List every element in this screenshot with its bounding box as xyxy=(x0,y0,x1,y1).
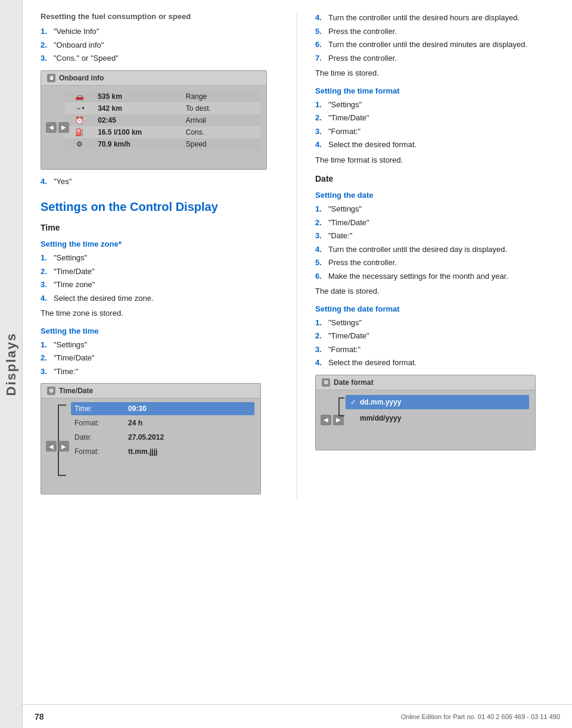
step-num: 5. xyxy=(315,26,325,38)
screen-title: Onboard info xyxy=(59,74,104,82)
df-row-text: mm/dd/yyyy xyxy=(360,414,401,422)
step-2: 2. "Time/Date" xyxy=(41,352,279,364)
step-num: 2. xyxy=(315,330,325,342)
date-title: Date xyxy=(315,174,554,183)
step-text: "Format:" xyxy=(328,344,360,356)
timezone-steps: 1. "Settings" 2. "Time/Date" 3. "Time zo… xyxy=(41,252,279,304)
format-label: Format: xyxy=(74,419,128,427)
date-row: Date: 27.05.2012 xyxy=(71,431,254,444)
step-text: "Settings" xyxy=(54,339,87,351)
nav-left[interactable]: ◀ xyxy=(46,441,57,452)
step-1: 1. "Vehicle Info" xyxy=(41,26,279,38)
settings-control-display-section: Settings on the Control Display Time Set… xyxy=(41,199,279,494)
step-text: Select the desired format. xyxy=(328,357,416,369)
bracket-top xyxy=(58,405,66,406)
step-text: "Yes" xyxy=(54,176,72,188)
dateformat-label: Format: xyxy=(74,447,128,456)
nav-left[interactable]: ◀ xyxy=(321,415,331,425)
settime-title: Setting the time xyxy=(41,326,279,335)
step-num: 4. xyxy=(315,244,325,256)
step-4: 4. Select the desired format. xyxy=(315,357,554,369)
step-text: "Onboard info" xyxy=(54,39,104,51)
df-body: ◀ ▶ ✓ dd.mm.yyyy ✓ mm/dd/yyyy xyxy=(316,390,535,450)
step-text: "Date:" xyxy=(328,230,352,242)
step-5: 5. Press the controller. xyxy=(315,257,554,269)
timedate-screen: ⚙ Time/Date ◀ ▶ Time: 09:30 xyxy=(41,383,261,494)
nav-left[interactable]: ◀ xyxy=(46,122,57,133)
step-text: Select the desired format. xyxy=(328,139,416,151)
left-column: Resetting the fuel consumption or speed … xyxy=(41,12,279,500)
step-text: "Settings" xyxy=(54,252,87,264)
step-text: Press the controller. xyxy=(328,26,397,38)
step-text: "Settings" xyxy=(328,317,362,329)
date-label: Date: xyxy=(74,433,128,441)
step-text: "Time/Date" xyxy=(328,112,369,124)
time-subtitle: Time xyxy=(41,223,279,232)
step-num: 5. xyxy=(315,257,325,269)
step-text: "Vehicle Info" xyxy=(54,26,99,38)
step-4: 4. Select the desired time zone. xyxy=(41,293,279,304)
screen-icon: 🖥 xyxy=(47,74,55,82)
nav-right[interactable]: ▶ xyxy=(58,122,69,133)
setdate-title: Setting the date xyxy=(315,191,554,200)
step-num: 1. xyxy=(41,339,50,351)
step-text: "Settings" xyxy=(328,203,362,215)
step-num: 2. xyxy=(41,39,50,51)
step-3: 3. "Date:" xyxy=(315,230,554,242)
onboard-info-screen: 🖥 Onboard info ◀ ▶ 🚗 535 km Range xyxy=(41,70,267,170)
setdate-steps: 1. "Settings" 2. "Time/Date" 3. "Date:" … xyxy=(315,203,554,282)
step-2: 2. "Time/Date" xyxy=(41,266,279,278)
sidebar-label: Displays xyxy=(4,332,19,396)
dateformat-screen: ⚙ Date format ◀ ▶ ✓ dd.mm.yyyy ✓ mm/ xyxy=(315,375,536,450)
step-text: "Time/Date" xyxy=(54,266,95,278)
step-num: 6. xyxy=(315,39,325,51)
step-text: Press the controller. xyxy=(328,52,397,64)
column-separator xyxy=(297,12,297,500)
row-icon: 🚗 xyxy=(65,91,94,102)
page-number: 78 xyxy=(35,712,44,721)
step-num: 7. xyxy=(315,52,325,64)
df-row-selected: ✓ dd.mm.yyyy xyxy=(346,395,529,409)
step-num: 4. xyxy=(41,176,50,188)
resetting-fuel-section: Resetting the fuel consumption or speed … xyxy=(41,12,279,187)
step-num: 4. xyxy=(315,12,325,24)
step-text: Press the controller. xyxy=(328,257,397,269)
row-icon: ⛽ xyxy=(65,126,94,138)
continued-steps: 4. Turn the controller until the desired… xyxy=(315,12,554,64)
row-value: 342 km xyxy=(94,102,182,114)
step-num: 3. xyxy=(41,366,50,378)
nav-area: ◀ ▶ xyxy=(46,441,69,452)
step-4: 4. Turn the controller until the desired… xyxy=(315,244,554,256)
right-column: 4. Turn the controller until the desired… xyxy=(315,12,554,500)
step-text: "Settings" xyxy=(328,99,362,111)
df-row: ✓ mm/dd/yyyy xyxy=(346,411,529,425)
sidebar-tab: Displays xyxy=(0,0,23,728)
timeformat-title: Setting the time format xyxy=(315,86,554,95)
dateformat-steps: 1. "Settings" 2. "Time/Date" 3. "Format:… xyxy=(315,317,554,369)
step-num: 3. xyxy=(315,230,325,242)
step-2: 2. "Time/Date" xyxy=(315,330,554,342)
step-text: Turn the controller until the desired da… xyxy=(328,244,507,256)
step-num: 4. xyxy=(41,293,50,304)
step-num: 1. xyxy=(315,203,325,215)
step-num: 1. xyxy=(315,99,325,111)
screen-title-bar: 🖥 Onboard info xyxy=(41,71,266,86)
nav-buttons: ◀ ▶ xyxy=(46,122,69,133)
nav-right[interactable]: ▶ xyxy=(58,441,69,452)
time-value: 09:30 xyxy=(128,405,251,413)
time-label: Time: xyxy=(74,405,128,413)
bracket-line xyxy=(58,405,59,475)
step-5: 5. Press the controller. xyxy=(315,26,554,38)
bracket-top-df xyxy=(338,397,344,399)
dateformat-value: tt.mm.jjjj xyxy=(128,447,251,456)
timezone-note: The time zone is stored. xyxy=(41,307,279,319)
row-value: 70.9 km/h xyxy=(94,138,182,150)
step-4: 4. Select the desired format. xyxy=(315,139,554,151)
dateformat-title: Setting the date format xyxy=(315,304,554,313)
step-num: 3. xyxy=(41,279,50,291)
timeformat-steps: 1. "Settings" 2. "Time/Date" 3. "Format:… xyxy=(315,99,554,151)
row-value: 535 km xyxy=(94,91,182,102)
timezone-title: Setting the time zone* xyxy=(41,239,279,248)
step-text: Turn the controller until the desired mi… xyxy=(328,39,527,51)
step-text: Make the necessary settings for the mont… xyxy=(328,270,508,282)
